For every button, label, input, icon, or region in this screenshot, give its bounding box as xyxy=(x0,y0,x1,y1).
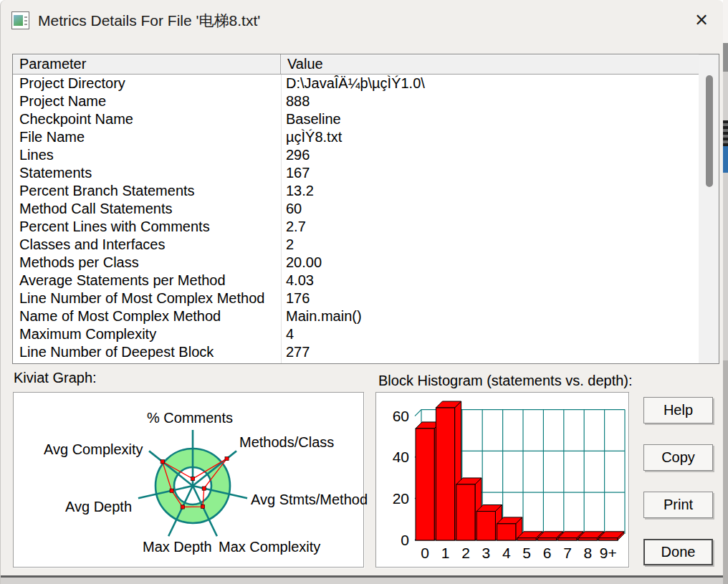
help-button[interactable]: Help xyxy=(643,397,713,423)
x-tick-label: 0 xyxy=(421,545,429,561)
done-button[interactable]: Done xyxy=(643,539,713,565)
x-tick-label: 5 xyxy=(522,545,531,561)
y-tick-label: 40 xyxy=(393,449,409,465)
table-row[interactable]: Method Call Statements60 xyxy=(13,200,699,218)
parameter-cell: Classes and Interfaces xyxy=(19,236,165,254)
window-bottom-fill xyxy=(1,578,724,584)
value-cell: 4.03 xyxy=(286,272,314,289)
parameter-cell: Methods per Class xyxy=(19,254,139,272)
value-cell: 13.2 xyxy=(286,182,314,200)
kiviat-axis-avg-complexity: Avg Complexity xyxy=(44,441,143,458)
table-body: Project DirectoryD:\JavaÎÄ¼þ\µçÌÝ1.0\Pro… xyxy=(13,75,699,363)
value-cell: 888 xyxy=(286,92,310,110)
parameter-cell: Percent Branch Statements xyxy=(19,182,195,200)
copy-button[interactable]: Copy xyxy=(643,444,713,471)
table-row[interactable]: Average Statements per Method4.03 xyxy=(13,272,699,289)
column-divider xyxy=(281,75,282,363)
sliver-segment xyxy=(723,120,728,146)
x-tick-label: 3 xyxy=(482,545,491,561)
table-row[interactable]: Statements167 xyxy=(13,164,699,182)
table-row[interactable]: Lines296 xyxy=(13,146,699,164)
value-cell: 296 xyxy=(286,146,310,164)
parameter-cell: Line Number of Most Complex Method xyxy=(19,289,264,307)
scrollbar-thumb[interactable] xyxy=(706,75,713,187)
value-cell: 277 xyxy=(286,343,310,361)
kiviat-section-label: Kiviat Graph: xyxy=(14,370,97,386)
parameter-cell: Method Call Statements xyxy=(19,200,172,218)
value-cell: 2 xyxy=(286,236,294,254)
parameter-cell: Checkpoint Name xyxy=(19,110,133,128)
sliver-segment xyxy=(723,360,728,584)
block-histogram-panel: 02040600123456789+ xyxy=(375,392,629,568)
sliver-segment xyxy=(723,173,728,360)
titlebar: Metrics Details For File '电梯8.txt' × xyxy=(1,0,724,42)
parameter-cell: Project Name xyxy=(19,92,106,110)
y-tick-label: 0 xyxy=(401,532,409,548)
x-tick-label: 8 xyxy=(584,545,593,561)
print-button[interactable]: Print xyxy=(643,492,713,518)
table-row[interactable]: Checkpoint NameBaseline xyxy=(13,110,699,128)
screenshot: { "window": { "title": "Metrics Details … xyxy=(0,0,728,584)
value-cell: 2.7 xyxy=(286,218,306,236)
metrics-details-dialog: Metrics Details For File '电梯8.txt' × Par… xyxy=(0,0,724,584)
app-icon-line xyxy=(24,16,27,18)
table-row[interactable]: Line Number of Deepest Block277 xyxy=(13,343,699,361)
app-icon-line xyxy=(24,24,27,25)
value-cell: 167 xyxy=(286,164,310,182)
histogram-section-label: Block Histogram (statements vs. depth): xyxy=(378,373,633,389)
kiviat-axis-max-depth: Max Depth xyxy=(143,539,212,555)
table-row[interactable]: Classes and Interfaces2 xyxy=(13,236,699,254)
table-row[interactable]: File NameµçÌÝ8.txt xyxy=(13,128,699,146)
value-cell: 60 xyxy=(286,200,302,218)
app-icon-pane xyxy=(14,15,23,26)
value-cell: 176 xyxy=(286,289,310,307)
sliver-segment xyxy=(723,72,728,120)
table-row[interactable]: Name of Most Complex MethodMain.main() xyxy=(13,307,699,325)
block-histogram-chart: 02040600123456789+ xyxy=(376,393,628,567)
app-icon xyxy=(11,11,29,29)
kiviat-axis-max-complexity: Max Complexity xyxy=(219,539,320,555)
sliver-segment xyxy=(723,146,728,173)
table-row[interactable]: Project Name888 xyxy=(13,92,699,110)
x-tick-label: 6 xyxy=(543,545,552,561)
parameter-cell: Maximum Complexity xyxy=(19,325,156,343)
value-cell: µçÌÝ8.txt xyxy=(286,128,342,146)
kiviat-axis-methods-class: Methods/Class xyxy=(239,434,334,451)
parameter-cell: Line Number of Deepest Block xyxy=(19,343,214,361)
column-header-parameter[interactable]: Parameter xyxy=(13,54,281,74)
sliver-segment xyxy=(723,43,728,72)
x-tick-label: 9+ xyxy=(600,545,617,561)
parameter-cell: Lines xyxy=(19,146,54,164)
value-cell: D:\JavaÎÄ¼þ\µçÌÝ1.0\ xyxy=(286,75,425,92)
table-row[interactable]: Line Number of Most Complex Method176 xyxy=(13,289,699,307)
close-icon[interactable]: × xyxy=(683,4,720,36)
x-tick-label: 4 xyxy=(502,545,511,561)
value-cell: Main.main() xyxy=(286,307,362,325)
kiviat-graph-panel: % Comments Methods/Class Avg Stmts/Metho… xyxy=(13,392,364,568)
window-title: Metrics Details For File '电梯8.txt' xyxy=(38,11,260,31)
table-row[interactable]: Project DirectoryD:\JavaÎÄ¼þ\µçÌÝ1.0\ xyxy=(13,75,699,92)
column-header-value[interactable]: Value xyxy=(281,54,699,74)
value-cell: Baseline xyxy=(286,110,341,128)
x-tick-label: 1 xyxy=(441,545,450,561)
kiviat-axis-avg-stmts-method: Avg Stmts/Method xyxy=(251,492,368,508)
parameter-cell: Name of Most Complex Method xyxy=(19,307,221,325)
y-tick-label: 60 xyxy=(393,408,409,424)
y-tick-label: 20 xyxy=(393,490,409,507)
table-row[interactable]: Maximum Complexity4 xyxy=(13,325,699,343)
parameter-cell: Statements xyxy=(19,164,92,182)
table-scrollbar[interactable] xyxy=(699,54,719,363)
parameter-cell: Average Statements per Method xyxy=(19,272,226,289)
metrics-table: Parameter Value Project DirectoryD:\Java… xyxy=(12,54,719,364)
x-tick-label: 2 xyxy=(461,545,470,561)
parameter-cell: File Name xyxy=(19,128,85,146)
kiviat-axis-avg-depth: Avg Depth xyxy=(65,499,132,515)
table-row[interactable]: Percent Lines with Comments2.7 xyxy=(13,218,699,236)
value-cell: 20.00 xyxy=(286,254,322,272)
value-cell: 4 xyxy=(286,325,294,343)
table-row[interactable]: Percent Branch Statements13.2 xyxy=(13,182,699,200)
table-row[interactable]: Methods per Class20.00 xyxy=(13,254,699,272)
table-header: Parameter Value xyxy=(13,54,719,75)
app-icon-line xyxy=(24,20,27,21)
background-window-sliver xyxy=(723,0,728,584)
